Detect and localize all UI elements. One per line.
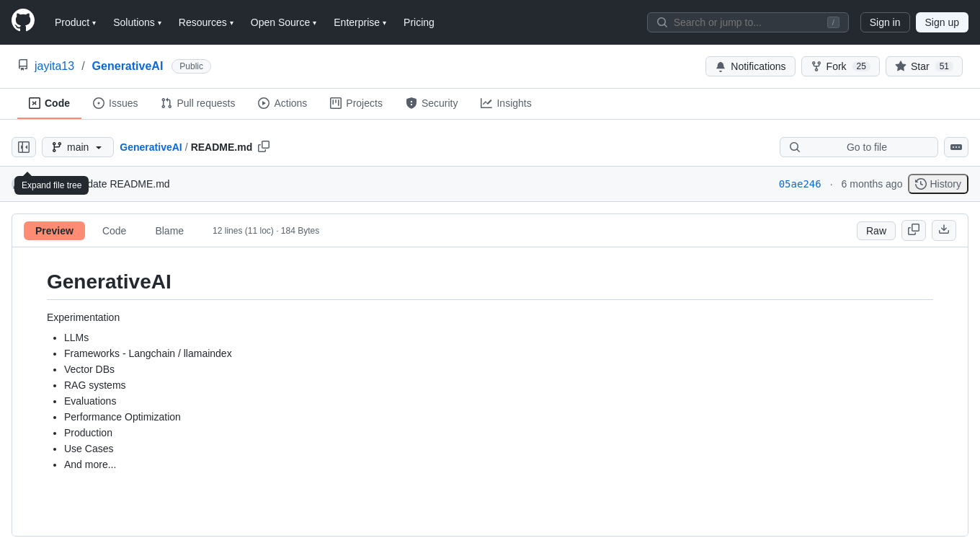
star-icon bbox=[895, 61, 906, 72]
file-view-toolbar: Preview Code Blame 12 lines (11 loc) · 1… bbox=[12, 214, 968, 247]
branch-icon bbox=[51, 141, 63, 153]
history-label: History bbox=[930, 178, 961, 190]
download-button[interactable] bbox=[932, 220, 956, 241]
nav-solutions[interactable]: Solutions ▾ bbox=[110, 11, 164, 34]
tab-insights-label: Insights bbox=[496, 97, 531, 109]
commit-message: Update README.md bbox=[74, 178, 772, 190]
blame-tab-button[interactable]: Blame bbox=[143, 221, 195, 240]
fork-count: 25 bbox=[852, 61, 870, 71]
notifications-label: Notifications bbox=[731, 61, 785, 72]
top-navigation: Product ▾ Solutions ▾ Resources ▾ Open S… bbox=[0, 0, 980, 45]
star-button[interactable]: Star 51 bbox=[886, 56, 963, 76]
breadcrumb-filename: README.md bbox=[191, 141, 253, 153]
nav-open-source[interactable]: Open Source ▾ bbox=[248, 11, 320, 34]
projects-icon bbox=[330, 97, 342, 109]
readme-list: LLMs Frameworks - Langchain / llamaindex… bbox=[64, 332, 933, 470]
fork-button[interactable]: Fork 25 bbox=[801, 56, 880, 76]
tab-issues[interactable]: Issues bbox=[81, 89, 149, 119]
tab-code[interactable]: Code bbox=[17, 89, 81, 119]
search-bar[interactable]: / bbox=[647, 12, 849, 32]
copy-icon bbox=[908, 224, 919, 235]
list-item: Vector DBs bbox=[64, 363, 933, 375]
sidebar-collapse-icon bbox=[18, 141, 30, 153]
star-label: Star bbox=[911, 61, 930, 72]
sign-up-button[interactable]: Sign up bbox=[916, 12, 968, 32]
commit-time: 6 months ago bbox=[842, 178, 903, 190]
search-icon bbox=[656, 17, 668, 28]
readme-title: GenerativeAI bbox=[47, 270, 933, 300]
copy-path-button[interactable] bbox=[258, 141, 270, 154]
list-item: Use Cases bbox=[64, 443, 933, 454]
branch-selector[interactable]: main bbox=[42, 137, 114, 157]
actions-icon bbox=[258, 97, 270, 109]
chevron-down-icon: ▾ bbox=[230, 19, 233, 27]
tab-security[interactable]: Security bbox=[394, 89, 470, 119]
go-to-file-label: Go to file bbox=[805, 141, 929, 153]
chevron-down-icon: ▾ bbox=[383, 19, 386, 27]
insights-icon bbox=[481, 97, 492, 109]
security-icon bbox=[406, 97, 417, 109]
tab-insights[interactable]: Insights bbox=[469, 89, 543, 119]
list-item: Performance Optimization bbox=[64, 411, 933, 423]
notifications-button[interactable]: Notifications bbox=[705, 56, 795, 76]
commit-separator: · bbox=[830, 178, 833, 190]
issues-icon bbox=[93, 97, 104, 109]
repo-path-separator: / bbox=[81, 60, 84, 73]
list-item: Frameworks - Langchain / llamaindex bbox=[64, 348, 933, 359]
list-item: RAG systems bbox=[64, 379, 933, 391]
chevron-down-icon bbox=[93, 141, 104, 153]
chevron-down-icon: ▾ bbox=[313, 19, 316, 27]
raw-button[interactable]: Raw bbox=[857, 221, 896, 240]
tab-actions-label: Actions bbox=[274, 97, 307, 109]
tab-code-label: Code bbox=[45, 97, 70, 109]
ellipsis-icon bbox=[950, 141, 962, 153]
copy-icon bbox=[258, 141, 270, 152]
fork-label: Fork bbox=[827, 61, 847, 72]
commit-info-row: jayita13 Update README.md 05ae246 · 6 mo… bbox=[0, 167, 980, 202]
file-metadata: 12 lines (11 loc) · 184 Bytes bbox=[201, 226, 851, 236]
expand-file-tree-tooltip: Expand file tree bbox=[14, 176, 89, 195]
repo-icon bbox=[17, 59, 29, 74]
nav-resources[interactable]: Resources ▾ bbox=[176, 11, 236, 34]
preview-tab-button[interactable]: Preview bbox=[24, 221, 85, 240]
nav-product[interactable]: Product ▾ bbox=[52, 11, 99, 34]
go-to-file-button[interactable]: Go to file bbox=[780, 137, 938, 157]
repo-tabs: Code Issues Pull requests Actions Projec… bbox=[0, 89, 980, 120]
breadcrumb-repo-link[interactable]: GenerativeAI bbox=[120, 141, 182, 153]
slash-shortcut: / bbox=[827, 17, 839, 28]
breadcrumb: GenerativeAI / README.md bbox=[120, 141, 774, 154]
code-icon bbox=[29, 97, 40, 109]
list-item: And more... bbox=[64, 459, 933, 470]
code-tab-button[interactable]: Code bbox=[91, 221, 138, 240]
commit-hash-link[interactable]: 05ae246 bbox=[779, 178, 821, 190]
tab-projects[interactable]: Projects bbox=[318, 89, 394, 119]
list-item: Production bbox=[64, 427, 933, 438]
tab-projects-label: Projects bbox=[346, 97, 383, 109]
nav-pricing[interactable]: Pricing bbox=[401, 11, 437, 34]
pull-requests-icon bbox=[161, 97, 172, 109]
copy-raw-button[interactable] bbox=[901, 220, 926, 241]
file-browser-header: main GenerativeAI / README.md Go to file bbox=[0, 128, 980, 167]
nav-enterprise[interactable]: Enterprise ▾ bbox=[331, 11, 389, 34]
bell-icon bbox=[715, 61, 726, 72]
chevron-down-icon: ▾ bbox=[92, 19, 96, 27]
search-input[interactable] bbox=[674, 17, 821, 28]
chevron-down-icon: ▾ bbox=[158, 19, 161, 27]
sign-in-button[interactable]: Sign in bbox=[860, 12, 910, 32]
tab-actions[interactable]: Actions bbox=[246, 89, 318, 119]
repo-name-link[interactable]: GenerativeAI bbox=[92, 60, 164, 73]
tab-security-label: Security bbox=[422, 97, 458, 109]
expand-file-tree-button[interactable] bbox=[12, 137, 36, 157]
more-options-button[interactable] bbox=[944, 137, 968, 157]
visibility-badge: Public bbox=[172, 59, 211, 74]
github-logo[interactable] bbox=[12, 9, 35, 36]
fork-icon bbox=[811, 61, 822, 72]
download-icon bbox=[938, 224, 950, 235]
tab-pull-requests[interactable]: Pull requests bbox=[149, 89, 246, 119]
history-button[interactable]: History bbox=[908, 174, 968, 194]
readme-intro: Experimentation bbox=[47, 312, 933, 323]
repo-owner-link[interactable]: jayita13 bbox=[35, 60, 74, 73]
tab-pull-requests-label: Pull requests bbox=[177, 97, 235, 109]
history-icon bbox=[915, 178, 927, 190]
tab-issues-label: Issues bbox=[109, 97, 138, 109]
